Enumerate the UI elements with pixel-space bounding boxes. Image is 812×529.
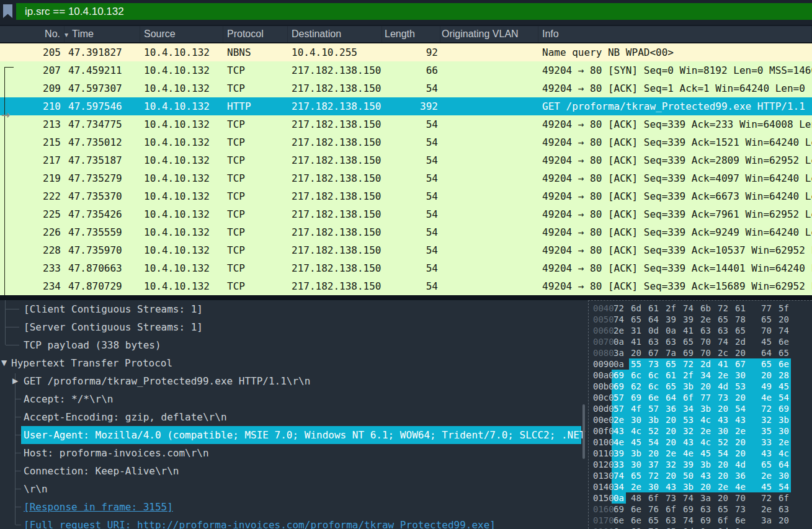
hex-byte[interactable]: 65 [666,381,678,392]
hex-byte[interactable]: 64 [648,314,661,325]
hex-byte[interactable]: 43 [735,414,747,425]
hex-byte[interactable]: 72 [613,303,626,314]
hex-byte[interactable]: 2e [761,470,774,481]
hex-byte[interactable]: 3b [683,481,695,492]
pane-divider[interactable] [0,295,812,300]
column-header-length[interactable]: Length [382,26,440,42]
hex-row[interactable]: 00900a557365722d4167656e [589,358,812,370]
hex-byte[interactable]: 20 [761,370,774,381]
hex-byte[interactable]: 74 [683,515,695,526]
hex-byte[interactable]: 20 [700,481,713,492]
hex-byte[interactable]: 2f [666,303,678,314]
hex-byte[interactable]: 0d [648,325,661,336]
hex-byte[interactable]: 61 [735,303,747,314]
hex-row[interactable]: 012033303732393b204d6564 [589,459,812,470]
hex-byte[interactable]: 2e [613,414,626,425]
hex-byte[interactable]: 45 [761,336,774,347]
hex-byte[interactable]: 6c [648,370,661,381]
hex-byte[interactable]: 30 [735,370,747,381]
details-scrollbar[interactable] [582,404,585,459]
hex-byte[interactable]: 73 [735,504,747,515]
column-header-info[interactable]: Info [538,26,812,42]
hex-byte[interactable]: 6e [779,358,791,370]
hex-byte[interactable]: 33 [761,437,774,448]
hex-byte[interactable]: 70 [735,492,747,504]
hex-byte[interactable]: 73 [648,358,661,370]
hex-row[interactable]: 013074657220504320362e30 [589,470,812,481]
hex-byte[interactable]: 4c [779,448,791,459]
hex-byte[interactable]: 4c [631,425,643,437]
hex-byte[interactable]: 30 [631,459,643,470]
hex-byte[interactable]: 39 [613,448,626,459]
hex-row[interactable]: 00e02e303b20534c4343323b [589,414,812,425]
hex-byte[interactable]: 72 [761,403,774,414]
hex-byte[interactable]: 2e [718,370,730,381]
packet-row[interactable]: 21547.73501210.4.10.132TCP217.182.138.15… [0,133,812,151]
hex-byte[interactable]: 63 [666,515,678,526]
hex-byte[interactable]: 54 [779,392,791,403]
hex-byte[interactable]: 2e [666,448,678,459]
hex-byte[interactable]: 74 [779,325,791,336]
hex-byte[interactable]: 64 [779,459,791,470]
hex-byte[interactable]: 2d [735,336,747,347]
hex-byte[interactable]: 6f [683,392,695,403]
hex-byte[interactable]: 30 [631,414,643,425]
hex-byte[interactable]: 4e [761,392,774,403]
hex-byte[interactable]: 6d [631,303,643,314]
hex-row[interactable]: 00a0696c6c612f342e302028 [589,370,812,381]
hex-byte[interactable]: 0d [683,526,695,529]
hex-byte[interactable]: 65 [718,314,730,325]
hex-byte[interactable]: 63 [700,504,713,515]
packet-row[interactable]: 21747.73518710.4.10.132TCP217.182.138.15… [0,151,812,169]
hex-byte[interactable]: 57 [613,403,626,414]
hex-byte[interactable]: 39 [683,314,695,325]
hex-byte[interactable]: 45 [631,437,643,448]
hex-byte[interactable]: 63 [666,336,678,347]
hex-byte[interactable]: 76 [648,526,661,529]
column-header-source[interactable]: Source [140,26,223,42]
hex-byte[interactable]: 43 [718,414,730,425]
hex-byte[interactable]: 43 [683,437,695,448]
hex-byte[interactable]: 45 [779,381,791,392]
hex-byte[interactable]: 77 [761,303,774,314]
hex-byte[interactable]: 57 [613,392,626,403]
hex-byte[interactable]: 20 [779,314,791,325]
hex-byte[interactable]: 3b [700,403,713,414]
hex-byte[interactable]: 61 [648,303,661,314]
hex-byte[interactable]: 76 [648,504,661,515]
hex-byte[interactable]: 45 [761,481,774,492]
hex-row[interactable]: 0140342e30433b202e4e4554 [589,481,812,492]
detail-row[interactable]: ▼Hypertext Transfer Protocol [0,354,588,372]
hex-byte[interactable]: 72 [761,492,774,504]
hex-byte[interactable]: 34 [683,403,695,414]
hex-byte[interactable]: 32 [761,414,774,425]
hex-byte[interactable]: 4e [683,448,695,459]
hex-byte[interactable]: 65 [718,504,730,515]
hex-byte[interactable]: 2f [683,370,695,381]
hex-byte[interactable]: 55 [631,358,643,370]
hex-row[interactable]: 01004e455420434c5220332e [589,437,812,448]
hex-byte[interactable]: 6c [631,370,643,381]
hex-byte[interactable]: 64 [761,347,774,358]
hex-byte[interactable]: 74 [613,470,626,481]
hex-byte[interactable]: 53 [735,381,747,392]
hex-byte[interactable]: 30 [718,425,730,437]
hex-row[interactable]: 0040726d612f746b7261775f [589,303,812,314]
hex-byte[interactable]: 34 [613,481,626,492]
hex-byte[interactable]: 69 [700,515,713,526]
hex-byte[interactable]: 3a [761,515,774,526]
hex-byte[interactable]: 64 [666,392,678,403]
hex-byte[interactable]: 34 [700,370,713,381]
hex-byte[interactable]: 70 [761,325,774,336]
packet-row[interactable]: 22247.73537010.4.10.132TCP217.182.138.15… [0,187,812,205]
hex-byte[interactable]: 63 [779,504,791,515]
hex-byte[interactable]: 69 [683,504,695,515]
hex-byte[interactable]: 6e [648,392,661,403]
hex-byte[interactable]: 63 [700,325,713,336]
hex-byte[interactable]: 0a [613,358,626,370]
hex-byte[interactable]: 0a [613,492,626,504]
hex-byte[interactable]: 35 [761,425,774,437]
hex-byte[interactable]: 30 [779,470,791,481]
hex-byte[interactable]: 65 [648,515,661,526]
detail-row[interactable]: Accept: */*\r\n [0,390,588,408]
